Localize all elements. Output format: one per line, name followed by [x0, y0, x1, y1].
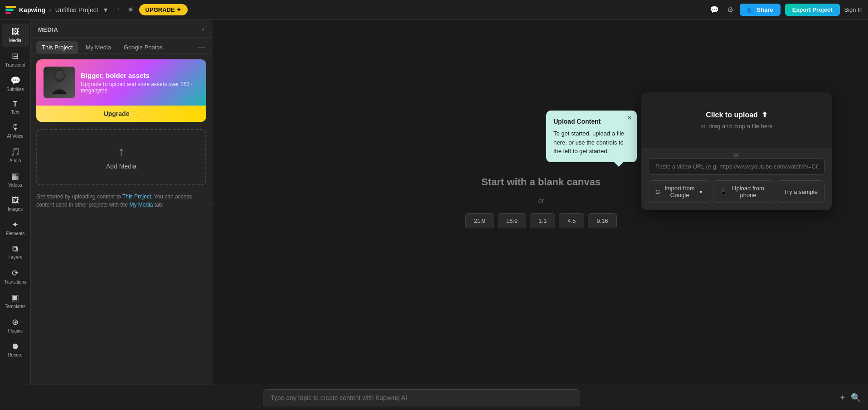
- videos-icon: ▦: [11, 171, 19, 181]
- text-icon: T: [13, 100, 18, 108]
- import-google-chevron: ▾: [699, 188, 703, 195]
- media-tabs: This Project My Media Google Photos ···: [31, 38, 212, 54]
- sidebar-item-videos[interactable]: ▦ Videos: [2, 168, 29, 191]
- upload-icon-btn[interactable]: ↑: [115, 4, 122, 16]
- import-from-google-button[interactable]: G Import from Google ▾: [649, 180, 709, 203]
- aspect-1-1[interactable]: 1:1: [530, 213, 555, 228]
- url-paste-input[interactable]: [649, 158, 824, 175]
- upgrade-card-button[interactable]: Upgrade ✨: [36, 106, 206, 122]
- import-google-label: Import from Google: [663, 185, 697, 198]
- record-icon: ⏺: [11, 342, 19, 351]
- phone-icon: 📱: [720, 188, 727, 195]
- media-panel: MEDIA ‹ This Project My Media Google Pho…: [31, 20, 212, 385]
- media-hint-link-this-project[interactable]: This Project: [122, 193, 151, 200]
- media-panel-title: MEDIA: [38, 26, 58, 33]
- add-media-upload-icon: ↑: [118, 145, 125, 159]
- sidebar-item-layers[interactable]: ⧉ Layers: [2, 241, 29, 264]
- upload-bottom-actions: G Import from Google ▾ 📱 Upload from pho…: [641, 180, 832, 210]
- transcript-icon: ⊟: [12, 51, 19, 61]
- settings-icon-btn[interactable]: ⚙: [725, 4, 735, 16]
- blank-canvas-label: Start with a blank canvas: [481, 176, 601, 188]
- upload-tooltip-close-button[interactable]: ✕: [627, 114, 632, 121]
- project-menu-chevron[interactable]: ▾: [102, 4, 109, 16]
- lightbulb-icon-btn[interactable]: ☀: [126, 4, 136, 16]
- sidebar-item-plugins[interactable]: ⊕ Plugins: [2, 314, 29, 337]
- plugins-icon: ⊕: [12, 317, 19, 327]
- signin-button[interactable]: Sign In: [844, 6, 863, 13]
- ai-voice-label: AI Voice: [7, 134, 24, 139]
- add-media-box[interactable]: ↑ Add Media: [36, 129, 206, 185]
- brand-logo[interactable]: Kapwing: [5, 6, 45, 14]
- upload-arrow-icon: ⬆: [761, 111, 767, 119]
- search-button[interactable]: 🔍: [851, 393, 861, 403]
- topbar: Kapwing › Untitled Project ▾ ↑ ☀ UPGRADE…: [0, 0, 868, 20]
- sidebar-item-ai-voice[interactable]: 🎙 AI Voice: [2, 119, 29, 142]
- upgrade-button[interactable]: UPGRADE ✦: [139, 4, 188, 15]
- tab-this-project[interactable]: This Project: [36, 41, 78, 53]
- share-icon: 👥: [747, 6, 754, 13]
- comments-icon-btn[interactable]: 💬: [708, 4, 721, 16]
- videos-label: Videos: [8, 183, 22, 188]
- layers-icon: ⧉: [12, 244, 18, 254]
- sidebar-item-audio[interactable]: 🎵 Audio: [2, 143, 29, 167]
- body: 🖼 Media ⊟ Transcript 💬 Subtitles T Text …: [0, 20, 868, 385]
- sidebar-item-text[interactable]: T Text: [2, 96, 29, 118]
- sidebar-item-images[interactable]: 🖼 Images: [2, 192, 29, 215]
- media-hint-link-my-media[interactable]: My Media: [129, 202, 153, 208]
- topbar-actions: ↑ ☀: [115, 4, 136, 16]
- sidebar-item-media[interactable]: 🖼 Media: [2, 24, 29, 47]
- tab-my-media[interactable]: My Media: [80, 41, 116, 53]
- svg-point-1: [55, 71, 64, 80]
- google-icon: G: [655, 188, 660, 195]
- ai-input-wrap: ✦: [7, 389, 845, 406]
- share-label: Share: [757, 6, 773, 13]
- sidebar-item-elements[interactable]: ✦ Elements: [2, 216, 29, 240]
- aspect-9-16[interactable]: 9:16: [588, 213, 616, 228]
- upload-dropzone[interactable]: Click to upload ⬆ or, drag and drop a fi…: [641, 92, 832, 148]
- media-panel-header: MEDIA ‹: [31, 20, 212, 38]
- sidebar-item-transitions[interactable]: ⟳ Transitions: [2, 265, 29, 288]
- upgrade-card-text: Bigger, bolder assets Upgrade to upload …: [81, 72, 199, 94]
- media-panel-body: Bigger, bolder assets Upgrade to upload …: [31, 54, 212, 385]
- upload-from-phone-button[interactable]: 📱 Upload from phone: [713, 180, 774, 203]
- aspect-ratio-buttons: 21:9 16:9 1:1 4:5 9:16: [465, 213, 616, 228]
- ai-topic-input[interactable]: [263, 389, 580, 406]
- project-name[interactable]: Untitled Project: [55, 6, 98, 14]
- ai-voice-icon: 🎙: [11, 123, 19, 132]
- upload-or-divider: or: [641, 148, 832, 158]
- audio-icon: 🎵: [10, 147, 20, 157]
- media-icon: 🖼: [11, 27, 19, 37]
- panel-close-button[interactable]: ‹: [202, 25, 204, 34]
- export-button[interactable]: Export Project: [785, 4, 840, 16]
- sidebar-item-transcript[interactable]: ⊟ Transcript: [2, 48, 29, 71]
- aspect-4-5[interactable]: 4:5: [559, 213, 584, 228]
- tab-more-button[interactable]: ···: [196, 43, 206, 52]
- images-label: Images: [8, 207, 23, 212]
- try-sample-button[interactable]: Try a sample: [777, 180, 824, 203]
- share-button[interactable]: 👥 Share: [740, 4, 781, 16]
- sidebar-item-record[interactable]: ⏺ Record: [2, 338, 29, 361]
- images-icon: 🖼: [11, 196, 19, 205]
- audio-label: Audio: [10, 158, 21, 163]
- aspect-16-9[interactable]: 16:9: [498, 213, 526, 228]
- upgrade-thumbnail-svg: [48, 69, 71, 96]
- kapwing-logo-icon: [5, 6, 16, 14]
- sidebar-item-subtitles[interactable]: 💬 Subtitles: [2, 72, 29, 96]
- main-canvas: Start with a blank canvas or 21:9 16:9 1…: [214, 20, 868, 385]
- aspect-21-9[interactable]: 21:9: [465, 213, 494, 228]
- upgrade-card-title: Bigger, bolder assets: [81, 72, 199, 79]
- canvas-center: Start with a blank canvas or 21:9 16:9 1…: [465, 176, 616, 228]
- media-label: Media: [9, 38, 21, 43]
- plugins-label: Plugins: [8, 328, 23, 333]
- templates-label: Templates: [5, 304, 26, 309]
- upload-phone-label: Upload from phone: [730, 185, 767, 198]
- tab-google-photos[interactable]: Google Photos: [118, 41, 168, 53]
- upload-tooltip-body: To get started, upload a file here, or u…: [553, 129, 630, 156]
- bottom-bar: ✦ 🔍: [0, 385, 868, 410]
- sidebar-item-templates[interactable]: ▣ Templates: [2, 289, 29, 313]
- elements-label: Elements: [6, 231, 25, 236]
- brand-name: Kapwing: [19, 6, 45, 14]
- upgrade-card-thumbnail: [44, 67, 75, 98]
- subtitles-icon: 💬: [10, 76, 20, 86]
- upload-tooltip: ✕ Upload Content To get started, upload …: [546, 111, 637, 162]
